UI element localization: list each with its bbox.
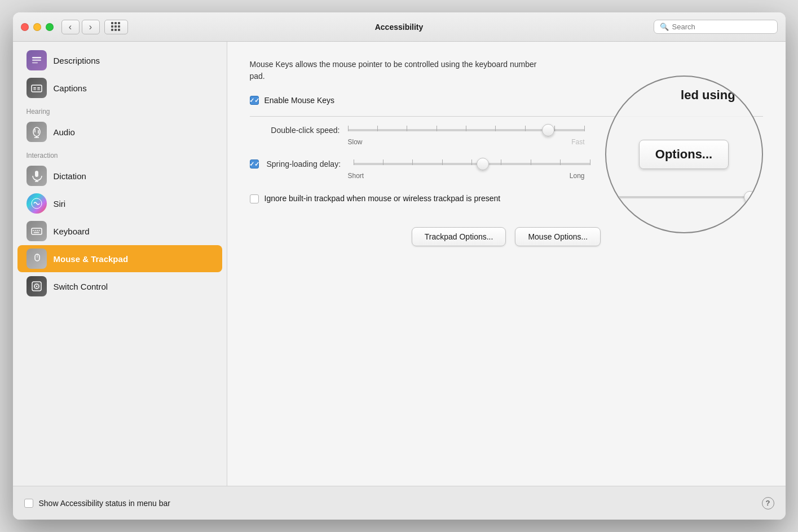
sidebar-label-siri: Siri <box>54 199 66 209</box>
search-bar: 🔍 <box>654 20 778 34</box>
spring-loading-slider-labels: Short Long <box>250 172 585 180</box>
nav-buttons: ‹ › <box>61 20 128 34</box>
descriptions-icon <box>27 50 47 70</box>
options-circle-overlay: led using th Options... <box>605 76 763 233</box>
sidebar-label-dictation: Dictation <box>54 171 86 181</box>
grid-icon <box>111 22 121 32</box>
double-click-slider-thumb[interactable] <box>542 124 554 136</box>
maximize-button[interactable] <box>46 23 54 31</box>
section-label-hearing: Hearing <box>13 102 227 118</box>
audio-icon <box>27 122 47 142</box>
svg-rect-2 <box>32 62 38 64</box>
svg-rect-20 <box>37 230 38 231</box>
sidebar-item-mouse-trackpad[interactable]: Mouse & Trackpad <box>17 245 222 272</box>
search-icon: 🔍 <box>660 23 669 31</box>
double-click-max-label: Fast <box>571 138 584 146</box>
siri-icon <box>27 193 47 214</box>
chevron-left-icon: ‹ <box>69 22 72 32</box>
sidebar-label-descriptions: Descriptions <box>54 56 100 65</box>
help-button[interactable]: ? <box>762 497 774 509</box>
spring-loading-max-label: Long <box>570 172 585 180</box>
sidebar-item-switch-control[interactable]: Switch Control <box>17 273 222 300</box>
svg-rect-18 <box>33 230 34 231</box>
switch-control-icon <box>27 276 47 296</box>
double-click-slider-labels: Slow Fast <box>250 138 585 146</box>
checkmark-icon: ✓ <box>249 97 254 104</box>
captions-icon <box>27 78 47 98</box>
svg-rect-21 <box>38 230 39 231</box>
sidebar-label-captions: Captions <box>54 83 87 93</box>
grid-view-button[interactable] <box>104 20 128 34</box>
svg-rect-17 <box>32 228 42 234</box>
search-input[interactable] <box>672 23 771 31</box>
ignore-trackpad-checkbox[interactable] <box>250 194 259 203</box>
spring-checkmark-icon: ✓ <box>249 161 254 168</box>
mouse-options-button[interactable]: Mouse Options... <box>515 227 601 246</box>
spring-loading-slider-track[interactable] <box>354 163 590 165</box>
enable-mouse-keys-label: Enable Mouse Keys <box>264 96 335 105</box>
sidebar-item-captions[interactable]: Captions <box>17 74 222 101</box>
svg-rect-19 <box>34 230 36 231</box>
main-content: Descriptions Captions Hearing <box>13 42 786 486</box>
spring-loading-checkbox[interactable]: ✓ <box>250 159 259 169</box>
bottom-checkbox-row: Show Accessibility status in menu bar <box>24 499 755 508</box>
svg-point-8 <box>33 127 40 136</box>
svg-rect-22 <box>33 232 39 233</box>
dictation-icon <box>27 166 47 186</box>
double-click-min-label: Slow <box>348 138 363 146</box>
double-click-speed-label: Double-click speed: <box>250 126 340 135</box>
sidebar-label-mouse-trackpad: Mouse & Trackpad <box>54 254 129 264</box>
svg-rect-0 <box>32 57 41 59</box>
svg-rect-28 <box>36 286 37 287</box>
svg-rect-1 <box>32 60 41 61</box>
mouse-trackpad-icon <box>27 249 47 269</box>
section-label-interaction: Interaction <box>13 146 227 162</box>
traffic-lights <box>21 23 54 31</box>
right-panel: led using th Options... Mouse Keys allow… <box>227 42 786 486</box>
sidebar-item-siri[interactable]: Siri <box>17 190 222 217</box>
titlebar: ‹ › Accessibility 🔍 <box>13 12 786 42</box>
svg-rect-4 <box>33 87 36 88</box>
spring-loading-slider-thumb[interactable] <box>477 158 489 170</box>
sidebar-label-keyboard: Keyboard <box>54 227 90 236</box>
sidebar-item-dictation[interactable]: Dictation <box>17 162 222 189</box>
enable-mouse-keys-checkbox[interactable]: ✓ <box>250 96 259 105</box>
show-status-label: Show Accessibility status in menu bar <box>39 499 170 508</box>
nav-forward-button[interactable]: › <box>82 20 100 34</box>
overlay-slider-track <box>612 196 756 198</box>
sidebar-label-audio: Audio <box>54 127 75 137</box>
close-button[interactable] <box>21 23 29 31</box>
sidebar-item-descriptions[interactable]: Descriptions <box>17 47 222 74</box>
sidebar-item-keyboard[interactable]: Keyboard <box>17 218 222 245</box>
svg-rect-7 <box>37 89 40 90</box>
sidebar: Descriptions Captions Hearing <box>13 42 227 486</box>
overlay-slider-thumb <box>744 191 756 203</box>
keyboard-icon <box>27 221 47 241</box>
svg-rect-13 <box>35 171 38 177</box>
bottom-bar: Show Accessibility status in menu bar ? <box>13 486 786 520</box>
double-click-slider-track[interactable] <box>348 129 585 131</box>
main-window: ‹ › Accessibility 🔍 <box>13 12 786 520</box>
main-description: Mouse Keys allows the mouse pointer to b… <box>250 59 543 82</box>
show-status-checkbox[interactable] <box>24 499 33 508</box>
ignore-trackpad-label: Ignore built-in trackpad when mouse or w… <box>264 193 501 205</box>
svg-rect-3 <box>32 85 42 92</box>
minimize-button[interactable] <box>33 23 41 31</box>
sidebar-label-switch-control: Switch Control <box>54 282 108 291</box>
svg-rect-5 <box>37 87 40 88</box>
spring-loading-min-label: Short <box>348 172 364 180</box>
spring-loading-label: Spring-loading delay: <box>267 159 346 169</box>
sidebar-item-audio[interactable]: Audio <box>17 118 222 145</box>
window-title: Accessibility <box>375 23 424 32</box>
nav-back-button[interactable]: ‹ <box>61 20 80 34</box>
options-button[interactable]: Options... <box>639 140 729 169</box>
chevron-right-icon: › <box>89 22 92 32</box>
spring-loading-slider-marks <box>354 159 590 165</box>
overlay-text: led using th <box>681 88 750 103</box>
trackpad-options-button[interactable]: Trackpad Options... <box>412 227 506 246</box>
svg-rect-6 <box>33 89 36 90</box>
